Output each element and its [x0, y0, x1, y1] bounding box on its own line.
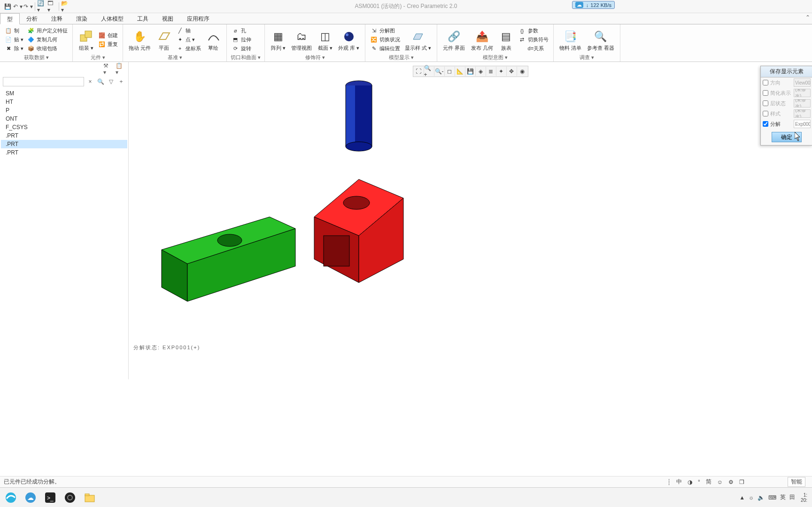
tray-volume-icon[interactable]: 🔈: [758, 494, 765, 501]
manage-view-button[interactable]: 🗂管理视图: [289, 28, 314, 52]
family-table-button[interactable]: ▤族表: [497, 28, 516, 52]
paste-button[interactable]: 📄贴 ▾: [4, 36, 24, 44]
clear-search-icon[interactable]: ×: [86, 77, 94, 86]
tab-model[interactable]: 型: [0, 13, 20, 24]
group-title[interactable]: 元件 ▾: [77, 54, 119, 61]
csys-button[interactable]: ⌖坐标系: [175, 45, 202, 53]
relations-button[interactable]: d=关系: [518, 45, 549, 53]
drag-component-button[interactable]: ✋ 拖动 元件: [127, 28, 153, 52]
copy-button[interactable]: 📋制: [4, 27, 24, 35]
group-title[interactable]: 模型显示 ▾: [369, 54, 433, 61]
window-switch-icon[interactable]: ❐: [739, 479, 744, 485]
row-value[interactable]: Exp0001: [794, 120, 811, 128]
ime-settings-icon[interactable]: ⚙: [728, 479, 734, 485]
tree-item[interactable]: P: [1, 106, 127, 115]
extrude-button[interactable]: ⬒拉伸: [231, 36, 252, 44]
tree-search-input[interactable]: [3, 77, 84, 86]
sketch-button[interactable]: 草绘: [204, 28, 223, 52]
publish-geom-button[interactable]: 📤发布 几何: [469, 28, 495, 52]
taskbar-edge[interactable]: [3, 490, 19, 506]
model-tree[interactable]: SM HT P ONT F_CSYS .PRT .PRT .PRT: [0, 87, 128, 379]
tree-settings-icon[interactable]: ⚒ ▾: [103, 64, 113, 74]
tree-item[interactable]: .PRT: [1, 131, 127, 140]
layer-checkbox[interactable]: [763, 100, 768, 106]
shrinkwrap-button[interactable]: 📦收缩包络: [26, 45, 69, 53]
group-title[interactable]: 调查 ▾: [557, 54, 616, 61]
group-title[interactable]: 基准 ▾: [127, 54, 223, 61]
bom-button[interactable]: 📑物料 清单: [557, 28, 583, 52]
tray-grid-icon[interactable]: 田: [789, 493, 795, 501]
group-title[interactable]: 获取数据 ▾: [4, 54, 69, 61]
tree-show-icon[interactable]: 📋 ▾: [115, 64, 125, 74]
undo-icon[interactable]: ↶ ▾: [13, 2, 23, 11]
plane-button[interactable]: 平面: [155, 28, 173, 52]
assemble-button[interactable]: 组装 ▾: [77, 28, 95, 52]
group-title[interactable]: 切口和曲面 ▾: [231, 54, 261, 61]
taskbar-obs[interactable]: [62, 490, 78, 506]
tab-render[interactable]: 渲染: [70, 13, 94, 24]
component-ui-button[interactable]: 🔗元件 界面: [441, 28, 467, 52]
orientation-checkbox[interactable]: [763, 80, 768, 85]
section-button[interactable]: ◫截面 ▾: [316, 28, 334, 52]
tree-item[interactable]: .PRT: [1, 140, 127, 148]
switch-symbols-button[interactable]: ⇄切换符号: [518, 36, 549, 44]
tray-brightness-icon[interactable]: ☼: [749, 494, 754, 501]
taskbar-explorer[interactable]: [82, 490, 98, 506]
ime-punct-icon[interactable]: °: [698, 479, 700, 485]
tab-manikin[interactable]: 人体模型: [94, 13, 131, 24]
tab-apps[interactable]: 应用程序: [180, 13, 217, 24]
tray-keyboard-icon[interactable]: ⌨: [768, 494, 776, 501]
style-checkbox[interactable]: [763, 111, 768, 116]
axis-button[interactable]: ╱轴: [175, 27, 202, 35]
add-filter-icon[interactable]: +: [117, 77, 125, 86]
ok-button[interactable]: 确定: [772, 132, 802, 142]
ime-emoji-icon[interactable]: ☺: [717, 479, 723, 485]
pattern-button[interactable]: ▦阵列 ▾: [269, 28, 287, 52]
parameters-button[interactable]: {}参数: [518, 27, 549, 35]
ime-mode-icon[interactable]: ◑: [688, 479, 692, 485]
point-button[interactable]: ✦点 ▾: [175, 36, 202, 44]
revolve-button[interactable]: ⟳旋转: [231, 45, 252, 53]
simplified-checkbox[interactable]: [763, 90, 768, 96]
group-title[interactable]: 修饰符 ▾: [269, 54, 361, 61]
group-title[interactable]: 模型意图 ▾: [441, 54, 549, 61]
tree-item[interactable]: .PRT: [1, 148, 127, 157]
open-icon[interactable]: 📂 ▾: [61, 2, 70, 11]
ime-simplified[interactable]: 简: [706, 478, 711, 486]
selection-filter[interactable]: 智能: [788, 477, 805, 487]
hole-button[interactable]: ⌀孔: [231, 27, 252, 35]
redo-icon[interactable]: ↷ ▾: [23, 2, 33, 11]
regen-icon[interactable]: 🔄 ▾: [37, 2, 46, 11]
tab-analysis[interactable]: 分析: [20, 13, 45, 24]
tree-item[interactable]: ONT: [1, 115, 127, 123]
filter-icon[interactable]: ▽: [107, 77, 115, 86]
taskbar-terminal[interactable]: >_: [42, 490, 58, 506]
ime-indicator[interactable]: ┊: [667, 479, 671, 485]
taskbar-clock[interactable]: 1: 20:: [799, 492, 809, 503]
tray-lang[interactable]: 英: [780, 493, 786, 501]
graphics-canvas[interactable]: ⛶ 🔍+ 🔍- ◻ 📐 💾 ◈ ≣ ✦ ✥ ◉: [129, 62, 812, 379]
explode-checkbox[interactable]: [763, 121, 768, 127]
explode-view-button[interactable]: ⇲分解图: [369, 27, 401, 35]
save-icon[interactable]: 💾: [3, 2, 12, 11]
tray-chevron-up-icon[interactable]: ▲: [739, 494, 745, 501]
tab-tools[interactable]: 工具: [131, 13, 155, 24]
tree-item[interactable]: F_CSYS: [1, 123, 127, 131]
window-icon[interactable]: 🗔 ▾: [47, 2, 57, 11]
user-defined-feature-button[interactable]: 🧩用户定义特征: [26, 27, 69, 35]
display-style-button[interactable]: 显示样 式 ▾: [403, 28, 433, 52]
edit-position-button[interactable]: ✎编辑位置: [369, 45, 401, 53]
repeat-component-button[interactable]: 🔁重复: [97, 40, 119, 48]
search-icon[interactable]: 🔍: [96, 77, 105, 86]
toggle-state-button[interactable]: 🔀切换状况: [369, 36, 401, 44]
reference-viewer-button[interactable]: 🔍参考查 看器: [585, 28, 616, 52]
tab-view[interactable]: 视图: [155, 13, 180, 24]
delete-button[interactable]: ✖除 ▾: [4, 45, 24, 53]
tab-annotate[interactable]: 注释: [45, 13, 70, 24]
tree-item[interactable]: SM: [1, 89, 127, 98]
copy-geometry-button[interactable]: 🔷复制几何: [26, 36, 69, 44]
taskbar-baidu-netdisk[interactable]: ☁: [23, 490, 39, 506]
appearance-button[interactable]: 外观 库 ▾: [336, 28, 361, 52]
tree-item[interactable]: HT: [1, 98, 127, 106]
collapse-ribbon-icon[interactable]: ⌃: [805, 14, 810, 21]
